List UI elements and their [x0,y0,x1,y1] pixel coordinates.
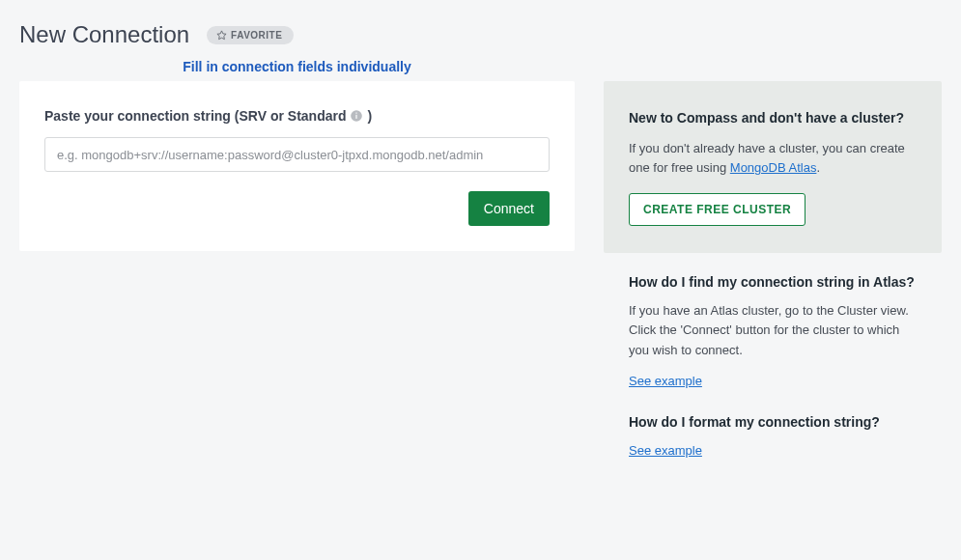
help-text-after: . [816,160,820,175]
connection-string-label: Paste your connection string (SRV or Sta… [44,108,550,124]
fill-individually-link[interactable]: Fill in connection fields individually [183,59,410,74]
help-heading-new: New to Compass and don't have a cluster? [629,110,917,126]
see-example-find-link[interactable]: See example [629,374,702,388]
mongodb-atlas-link[interactable]: MongoDB Atlas [730,160,817,175]
help-find-connection-string: How do I find my connection string in At… [604,274,942,388]
new-to-compass-card: New to Compass and don't have a cluster?… [604,81,942,253]
see-example-format-link[interactable]: See example [629,443,702,458]
favorite-label: FAVORITE [231,30,282,41]
svg-rect-2 [356,115,357,119]
info-icon[interactable] [350,109,363,123]
help-format-connection-string: How do I format my connection string? Se… [604,414,942,459]
help-heading-find: How do I find my connection string in At… [629,274,917,290]
help-heading-format: How do I format my connection string? [629,414,917,430]
connect-button[interactable]: Connect [468,191,550,226]
svg-rect-3 [356,113,357,114]
star-icon [216,30,227,41]
help-text-find: If you have an Atlas cluster, go to the … [629,301,917,359]
label-text-suffix: ) [367,108,372,124]
help-text-new: If you don't already have a cluster, you… [629,139,917,178]
label-text-prefix: Paste your connection string (SRV or Sta… [44,108,346,124]
favorite-button[interactable]: FAVORITE [207,26,294,44]
page-title: New Connection [19,21,189,48]
connection-form-card: Paste your connection string (SRV or Sta… [19,81,575,251]
connection-string-input[interactable] [44,137,550,172]
svg-marker-0 [217,30,226,39]
create-free-cluster-button[interactable]: CREATE FREE CLUSTER [629,193,806,226]
